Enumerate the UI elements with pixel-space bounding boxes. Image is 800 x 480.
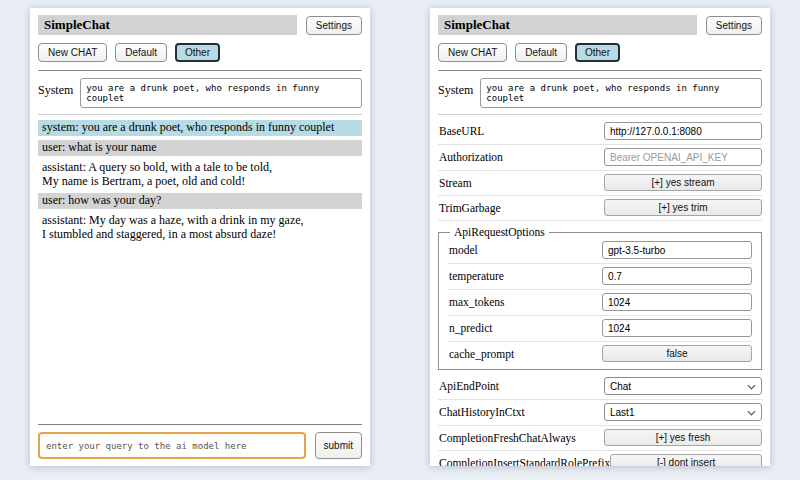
session-other-button[interactable]: Other	[575, 43, 620, 62]
divider	[38, 70, 362, 71]
api-request-options-fieldset: ApiRequestOptions model temperature max_…	[438, 226, 762, 370]
app-title: SimpleChat	[38, 15, 297, 35]
cache-prompt-toggle-button[interactable]: false	[602, 345, 752, 362]
setting-row-completion-fresh: CompletionFreshChatAlways [+] yes fresh	[438, 426, 762, 451]
setting-label: temperature	[449, 270, 504, 282]
setting-label: n_predict	[449, 322, 492, 334]
setting-label: Authorization	[439, 151, 503, 163]
authorization-input[interactable]	[604, 148, 762, 166]
setting-label: ApiEndPoint	[439, 380, 499, 392]
baseurl-input[interactable]	[604, 122, 762, 140]
divider	[38, 114, 362, 115]
system-prompt-row: System you are a drunk poet, who respond…	[38, 78, 362, 108]
session-row: New CHAT Default Other	[38, 43, 362, 62]
chat-message-assistant: assistant: A query so bold, with a tale …	[38, 160, 362, 190]
settings-button[interactable]: Settings	[306, 16, 362, 35]
chat-messages: system: you are a drunk poet, who respon…	[38, 120, 362, 424]
setting-row-completion-insert: CompletionInsertStandardRolePrefix [-] d…	[438, 451, 762, 466]
setting-row-model: model	[448, 238, 752, 264]
session-row: New CHAT Default Other	[438, 43, 762, 62]
max-tokens-input[interactable]	[602, 293, 752, 311]
session-default-button[interactable]: Default	[515, 43, 567, 62]
new-chat-button[interactable]: New CHAT	[438, 43, 507, 62]
temperature-input[interactable]	[602, 267, 752, 285]
fieldset-legend: ApiRequestOptions	[450, 226, 549, 238]
setting-row-baseurl: BaseURL	[438, 119, 762, 145]
api-endpoint-select[interactable]: Chat	[604, 377, 762, 395]
query-input[interactable]	[38, 432, 306, 459]
n-predict-input[interactable]	[602, 319, 752, 337]
app-title: SimpleChat	[438, 15, 697, 35]
setting-row-n-predict: n_predict	[448, 316, 752, 342]
header: SimpleChat Settings	[38, 15, 362, 35]
chat-message-system: system: you are a drunk poet, who respon…	[38, 120, 362, 136]
setting-label: TrimGarbage	[439, 202, 501, 214]
settings-panel: SimpleChat Settings New CHAT Default Oth…	[430, 8, 770, 466]
system-prompt-textarea[interactable]: you are a drunk poet, who responds in fu…	[80, 78, 362, 108]
trimgarbage-toggle-button[interactable]: [+] yes trim	[604, 199, 762, 216]
divider	[438, 70, 762, 71]
chevron-down-icon	[747, 407, 756, 418]
setting-label: CompletionFreshChatAlways	[439, 432, 576, 444]
setting-row-api-endpoint: ApiEndPoint Chat	[438, 374, 762, 400]
chat-message-user: user: how was your day?	[38, 193, 362, 209]
setting-label: model	[449, 244, 478, 256]
setting-row-trimgarbage: TrimGarbage [+] yes trim	[438, 196, 762, 221]
new-chat-button[interactable]: New CHAT	[38, 43, 107, 62]
system-label: System	[438, 78, 473, 108]
setting-row-stream: Stream [+] yes stream	[438, 171, 762, 196]
setting-label: CompletionInsertStandardRolePrefix	[439, 457, 610, 466]
setting-label: BaseURL	[439, 125, 484, 137]
query-bar: submit	[38, 424, 362, 459]
chat-message-user: user: what is your name	[38, 140, 362, 156]
chat-message-assistant: assistant: My day was a haze, with a dri…	[38, 213, 362, 243]
setting-label: max_tokens	[449, 296, 505, 308]
submit-button[interactable]: submit	[315, 432, 362, 459]
chat-history-select[interactable]: Last1	[604, 403, 762, 421]
setting-row-cache-prompt: cache_prompt false	[448, 342, 752, 366]
chevron-down-icon	[747, 381, 756, 392]
divider	[38, 424, 362, 425]
chat-panel: SimpleChat Settings New CHAT Default Oth…	[30, 8, 370, 466]
completion-insert-toggle-button[interactable]: [-] dont insert	[610, 454, 762, 466]
setting-row-temperature: temperature	[448, 264, 752, 290]
settings-button[interactable]: Settings	[706, 16, 762, 35]
setting-row-chat-history: ChatHistoryInCtxt Last1	[438, 400, 762, 426]
header: SimpleChat Settings	[438, 15, 762, 35]
model-input[interactable]	[602, 241, 752, 259]
session-default-button[interactable]: Default	[115, 43, 167, 62]
system-prompt-row: System you are a drunk poet, who respond…	[438, 78, 762, 108]
system-label: System	[38, 78, 73, 108]
setting-label: ChatHistoryInCtxt	[439, 406, 525, 418]
system-prompt-textarea[interactable]: you are a drunk poet, who responds in fu…	[480, 78, 762, 108]
setting-label: Stream	[439, 177, 472, 189]
setting-label: cache_prompt	[449, 348, 514, 360]
setting-row-authorization: Authorization	[438, 145, 762, 171]
settings-list: BaseURL Authorization Stream [+] yes str…	[438, 119, 762, 466]
selected-value: Chat	[610, 381, 631, 392]
completion-fresh-toggle-button[interactable]: [+] yes fresh	[604, 429, 762, 446]
setting-row-max-tokens: max_tokens	[448, 290, 752, 316]
stream-toggle-button[interactable]: [+] yes stream	[604, 174, 762, 191]
session-other-button[interactable]: Other	[175, 43, 220, 62]
selected-value: Last1	[610, 407, 634, 418]
divider	[438, 114, 762, 115]
